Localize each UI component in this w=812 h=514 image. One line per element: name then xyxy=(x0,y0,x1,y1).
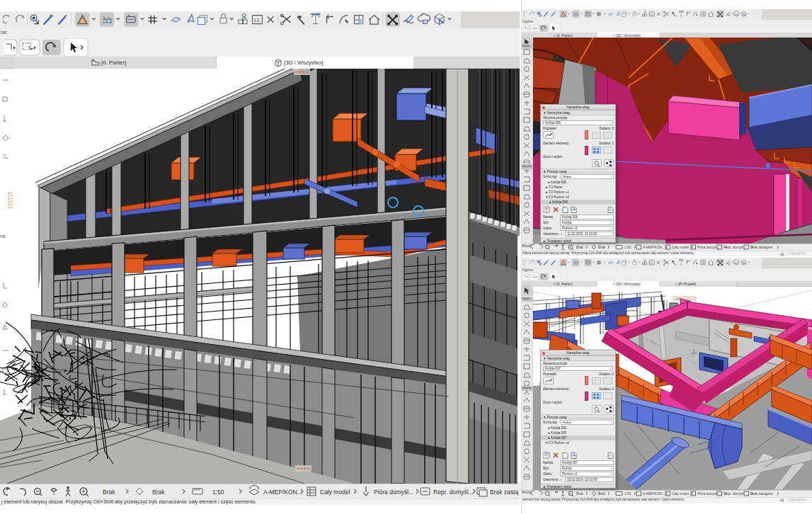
svg-text:Brak: Brak xyxy=(598,492,605,496)
svg-text:1:50: 1:50 xyxy=(212,489,224,496)
svg-text:Brak zastąpień: Brak zastąpień xyxy=(750,492,773,496)
svg-text:Repr. domyśl...: Repr. domyśl... xyxy=(724,492,746,496)
svg-text:12: 12 xyxy=(650,262,653,265)
svg-text:Pióra domyśl...: Pióra domyśl... xyxy=(374,489,413,496)
svg-text:Brak: Brak xyxy=(152,489,165,496)
svg-text:12: 12 xyxy=(650,13,653,16)
svg-text:A-MEP/KON...: A-MEP/KON... xyxy=(263,489,302,496)
svg-text:Pióra domyśl...: Pióra domyśl... xyxy=(697,492,720,496)
svg-text:Repr. domyśl...: Repr. domyśl... xyxy=(433,489,474,496)
svg-text:Brak: Brak xyxy=(103,489,115,496)
svg-text:Brak zastą: Brak zastą xyxy=(490,489,518,496)
svg-text:A-MEP/KON...: A-MEP/KON... xyxy=(643,492,665,496)
svg-text:Cały model: Cały model xyxy=(320,489,350,496)
svg-text:Cały model: Cały model xyxy=(672,492,689,496)
svg-text:1:50: 1:50 xyxy=(624,492,631,496)
svg-text:Brak: Brak xyxy=(576,492,583,496)
svg-text:12: 12 xyxy=(253,17,259,23)
